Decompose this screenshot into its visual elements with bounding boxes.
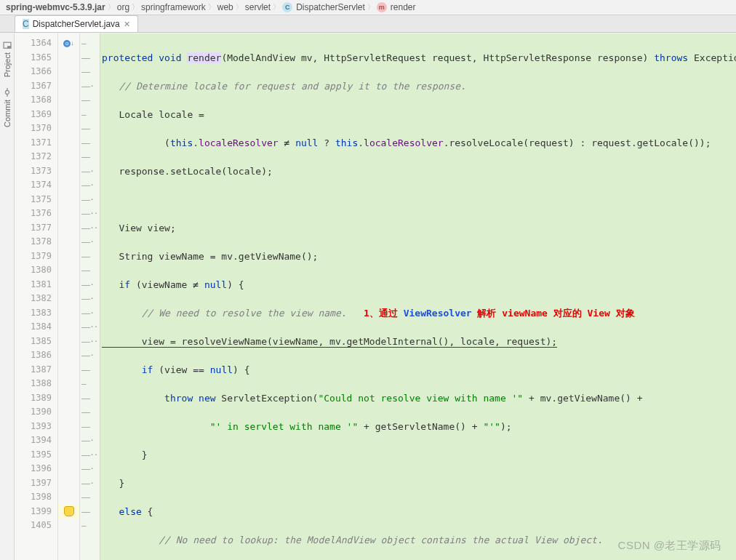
left-tool-stripe: Project Commit: [0, 33, 15, 560]
breadcrumb-pkg[interactable]: web: [217, 2, 233, 12]
editor-tab[interactable]: C DispatcherServlet.java ✕: [15, 15, 138, 32]
line-number: 1395: [15, 448, 52, 463]
tab-label: DispatcherServlet.java: [33, 19, 120, 29]
fold-guide: —: [80, 108, 100, 122]
fold-guide: ——·: [80, 178, 100, 193]
annotated-line-1: view = resolveViewName(viewName, mv.getM…: [102, 336, 557, 348]
line-number: 1374: [15, 178, 52, 193]
fold-guide: ——·: [80, 278, 100, 292]
line-number: 1376: [15, 207, 52, 221]
class-icon: C: [23, 19, 29, 29]
breadcrumb-pkg[interactable]: org: [117, 2, 129, 12]
method-icon: m: [377, 2, 387, 12]
line-number: 1399: [15, 505, 52, 519]
fold-guide: ——·: [80, 79, 100, 94]
chevron-right-icon: 〉: [132, 2, 139, 12]
line-number: 1379: [15, 249, 52, 264]
fold-guide: ——·: [80, 348, 100, 363]
fold-guide: ——: [80, 93, 100, 108]
code-area[interactable]: protected void render(ModelAndView mv, H…: [100, 33, 736, 560]
project-icon: [3, 41, 12, 49]
fold-guide: ——·: [80, 164, 100, 179]
line-number: 1369: [15, 108, 52, 122]
svg-rect-1: [7, 46, 11, 48]
line-number: 1385: [15, 335, 52, 349]
line-number-gutter: 1364136513661367136813691370137113721373…: [15, 33, 58, 560]
breadcrumb-jar[interactable]: spring-webmvc-5.3.9.jar: [6, 2, 105, 12]
commit-icon: [3, 88, 12, 97]
fold-guide: ——··: [80, 320, 100, 335]
line-number: 1405: [15, 519, 52, 533]
fold-guide: ——: [80, 65, 100, 79]
override-icon[interactable]: o: [63, 40, 71, 47]
chevron-right-icon: 〉: [273, 2, 280, 12]
chevron-right-icon: 〉: [208, 2, 215, 12]
line-number: 1397: [15, 476, 52, 491]
fold-guide: ——··: [80, 335, 100, 349]
fold-guide: ——: [80, 249, 100, 264]
editor[interactable]: 1364136513661367136813691370137113721373…: [15, 33, 736, 560]
line-number: 1394: [15, 433, 52, 448]
breadcrumb-method[interactable]: render: [391, 2, 416, 12]
tool-commit[interactable]: Commit: [3, 88, 12, 127]
intention-bulb-icon[interactable]: [64, 506, 74, 516]
line-number: 1389: [15, 391, 52, 406]
line-number: 1382: [15, 292, 52, 306]
line-number: 1380: [15, 263, 52, 278]
fold-guide: ——·: [80, 235, 100, 249]
breadcrumb-class[interactable]: DispatcherServlet: [296, 2, 365, 12]
close-icon[interactable]: ✕: [124, 20, 130, 29]
fold-guide: ——: [80, 263, 100, 278]
svg-point-2: [5, 91, 9, 95]
fold-guide: ——: [80, 51, 100, 65]
fold-guide: ——·: [80, 462, 100, 476]
fold-guide: ——: [80, 405, 100, 420]
fold-guide: ——: [80, 391, 100, 406]
fold-guide: ——·: [80, 193, 100, 207]
fold-guide: ——: [80, 505, 100, 519]
fold-guide: ——·: [80, 433, 100, 448]
fold-guide: ——··: [80, 448, 100, 463]
line-number: 1365: [15, 51, 52, 65]
line-number: 1366: [15, 65, 52, 79]
fold-guide: —: [80, 519, 100, 533]
fold-guide: ——··: [80, 207, 100, 221]
line-number: 1375: [15, 193, 52, 207]
line-number: 1368: [15, 93, 52, 108]
line-number: 1381: [15, 278, 52, 292]
watermark: CSDN @老王学源码: [618, 539, 721, 553]
fold-guide: ——: [80, 136, 100, 151]
fold-guide: ——: [80, 490, 100, 505]
fold-guide: ——: [80, 150, 100, 164]
editor-tab-bar: C DispatcherServlet.java ✕: [0, 15, 736, 33]
fold-guide: ——·: [80, 306, 100, 321]
fold-guide: ——: [80, 121, 100, 136]
breadcrumb-pkg[interactable]: servlet: [245, 2, 271, 12]
fold-guide: ——·: [80, 476, 100, 491]
fold-guide: ——·: [80, 292, 100, 306]
line-number: 1371: [15, 136, 52, 151]
breadcrumb: spring-webmvc-5.3.9.jar 〉 org 〉 springfr…: [0, 0, 736, 15]
gutter-marks: o↓: [58, 33, 80, 560]
line-number: 1393: [15, 420, 52, 434]
line-number: 1372: [15, 150, 52, 164]
line-number: 1398: [15, 490, 52, 505]
breadcrumb-pkg[interactable]: springframework: [141, 2, 206, 12]
tool-project[interactable]: Project: [3, 41, 12, 77]
line-number: 1364: [15, 36, 52, 51]
line-number: 1396: [15, 462, 52, 476]
class-icon: C: [282, 2, 292, 12]
fold-guide: ——: [80, 420, 100, 434]
chevron-right-icon: 〉: [236, 2, 243, 12]
line-number: 1384: [15, 320, 52, 335]
fold-guide: —: [80, 377, 100, 391]
fold-column: ———————·———————————·——·——·——··——··——·———…: [80, 33, 100, 560]
fold-guide: ——··: [80, 221, 100, 236]
line-number: 1377: [15, 221, 52, 236]
line-number: 1387: [15, 363, 52, 377]
line-number: 1378: [15, 235, 52, 249]
line-number: 1373: [15, 164, 52, 179]
line-number: 1388: [15, 377, 52, 391]
line-number: 1367: [15, 79, 52, 94]
line-number: 1390: [15, 405, 52, 420]
